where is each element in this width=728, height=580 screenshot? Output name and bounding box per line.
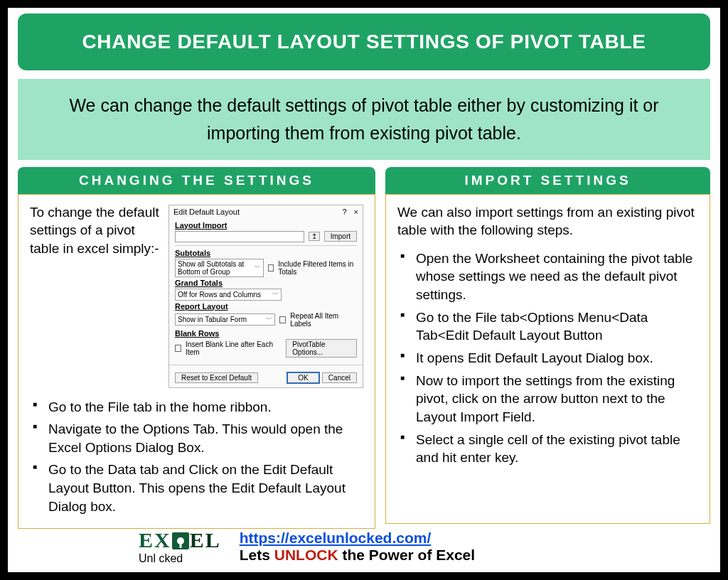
right-column: IMPORT SETTINGS We can also import setti… <box>385 167 710 525</box>
left-column: CHANGING THE SETTINGS To change the defa… <box>18 167 375 525</box>
close-icon[interactable]: × <box>354 208 358 216</box>
cancel-button[interactable]: Cancel <box>322 372 357 383</box>
import-button[interactable]: Import <box>324 231 357 242</box>
subtotals-label: Subtotals <box>175 249 357 257</box>
right-column-header: IMPORT SETTINGS <box>385 167 710 194</box>
list-item: Go to the File tab in the home ribbon. <box>30 398 363 417</box>
left-column-body: To change the default settings of a pivo… <box>18 194 375 530</box>
blank-line-label: Insert Blank Line after Each Item <box>186 340 277 356</box>
include-filtered-label: Include Filtered Items in Totals <box>278 260 357 276</box>
list-item: Open the Worksheet containing the pivot … <box>397 249 698 304</box>
reset-button[interactable]: Reset to Excel Default <box>175 372 258 383</box>
ok-button[interactable]: OK <box>287 372 319 384</box>
tagline-suffix: the Power of Excel <box>338 547 476 563</box>
intro-text: We can change the default settings of pi… <box>69 95 658 143</box>
subtotals-dropdown[interactable]: Show all Subtotals at Bottom of Group﹀ <box>175 259 264 277</box>
edit-default-layout-dialog: Edit Default Layout ? × Layout Import ↥ <box>168 205 363 388</box>
right-bullet-list: Open the Worksheet containing the pivot … <box>397 249 698 467</box>
logo-text-2: EL <box>190 528 221 552</box>
tagline-unlock: UNLOCK <box>274 547 338 563</box>
list-item: Select a single cell of the existing piv… <box>397 431 698 467</box>
left-lead-text: To change the default settings of a pivo… <box>30 203 161 258</box>
list-item: It opens Edit Default Layout Dialog box. <box>397 349 698 367</box>
repeat-labels-checkbox[interactable] <box>279 316 286 323</box>
list-item: Go to the File tab<Options Menu<Data Tab… <box>397 308 698 345</box>
footer-tagline: https://excelunlocked.com/ Lets UNLOCK t… <box>240 530 475 564</box>
layout-import-label: Layout Import <box>175 221 357 230</box>
grand-totals-dropdown[interactable]: Off for Rows and Columns﹀ <box>175 289 282 301</box>
blank-rows-label: Blank Rows <box>175 329 357 338</box>
brand-logo: EX EL Unl cked <box>139 528 221 565</box>
list-item: Now to import the settings from the exis… <box>397 372 698 426</box>
range-picker-icon[interactable]: ↥ <box>309 232 320 241</box>
repeat-labels-label: Repeat All Item Labels <box>290 312 357 328</box>
dialog-help-icon[interactable]: ? <box>342 208 346 216</box>
list-item: Go to the Data tab and Click on the Edit… <box>30 461 363 515</box>
dialog-title: Edit Default Layout <box>173 208 240 216</box>
dialog-titlebar: Edit Default Layout ? × <box>169 205 363 218</box>
intro-banner: We can change the default settings of pi… <box>18 79 710 160</box>
left-bullet-list: Go to the File tab in the home ribbon. N… <box>30 398 363 516</box>
report-layout-label: Report Layout <box>175 302 357 311</box>
page-title: CHANGE DEFAULT LAYOUT SETTINGS OF PIVOT … <box>82 31 646 53</box>
page-frame: CHANGE DEFAULT LAYOUT SETTINGS OF PIVOT … <box>0 0 728 580</box>
chevron-down-icon: ﹀ <box>255 263 261 272</box>
pivottable-options-button[interactable]: PivotTable Options... <box>286 339 357 358</box>
include-filtered-checkbox[interactable] <box>268 264 274 272</box>
site-link[interactable]: https://excelunlocked.com/ <box>240 530 432 546</box>
lock-icon <box>172 532 189 549</box>
left-top-row: To change the default settings of a pivo… <box>30 203 363 388</box>
chevron-down-icon: ﹀ <box>272 290 279 299</box>
grand-totals-label: Grand Totals <box>175 279 357 287</box>
right-lead-text: We can also import settings from an exis… <box>397 203 698 240</box>
blank-line-checkbox[interactable] <box>175 345 181 352</box>
right-column-body: We can also import settings from an exis… <box>385 194 710 525</box>
footer: EX EL Unl cked https://excelunlocked.com… <box>18 524 710 569</box>
report-layout-dropdown[interactable]: Show in Tabular Form﹀ <box>175 313 275 326</box>
left-column-header: CHANGING THE SETTINGS <box>18 167 375 194</box>
list-item: Navigate to the Options Tab. This would … <box>30 420 363 456</box>
logo-text-1: EX <box>139 528 171 552</box>
columns: CHANGING THE SETTINGS To change the defa… <box>18 167 710 525</box>
chevron-down-icon: ﹀ <box>266 315 272 324</box>
page-title-banner: CHANGE DEFAULT LAYOUT SETTINGS OF PIVOT … <box>18 14 710 70</box>
tagline-prefix: Lets <box>240 547 274 563</box>
logo-subtext: Unl cked <box>139 552 221 565</box>
layout-import-field[interactable] <box>175 231 304 242</box>
